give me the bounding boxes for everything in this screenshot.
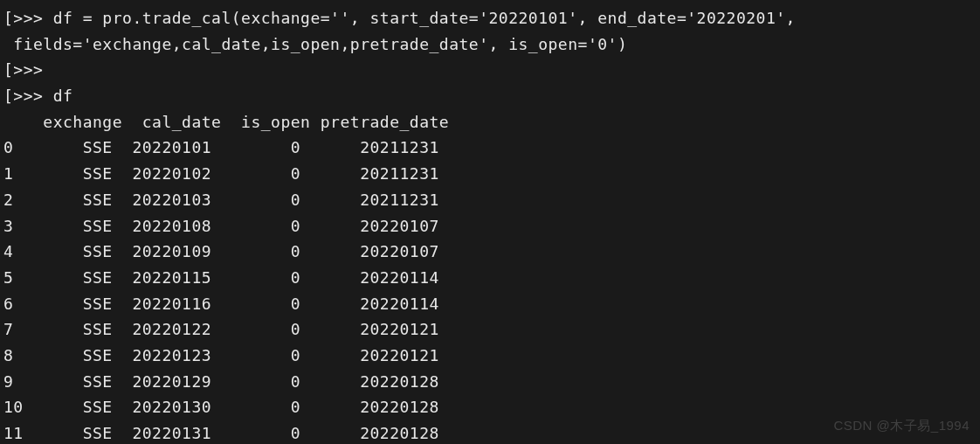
dataframe-header: exchange cal_date is_open pretrade_date: [0, 109, 980, 135]
command-line-1a[interactable]: [>>> df = pro.trade_cal(exchange='', sta…: [0, 5, 980, 31]
command-line-2[interactable]: [>>>: [0, 57, 980, 83]
command-line-3[interactable]: [>>> df: [0, 83, 980, 109]
watermark-text: CSDN @木子易_1994: [833, 415, 970, 437]
dataframe-row: 4 SSE 20220109 0 20220107: [0, 239, 980, 265]
dataframe-row: 8 SSE 20220123 0 20220121: [0, 343, 980, 369]
dataframe-row: 2 SSE 20220103 0 20211231: [0, 187, 980, 213]
dataframe-row: 0 SSE 20220101 0 20211231: [0, 135, 980, 161]
command-line-1b[interactable]: fields='exchange,cal_date,is_open,pretra…: [0, 31, 980, 58]
dataframe-row: 3 SSE 20220108 0 20220107: [0, 213, 980, 239]
dataframe-row: 9 SSE 20220129 0 20220128: [0, 369, 980, 395]
dataframe-row: 1 SSE 20220102 0 20211231: [0, 161, 980, 187]
dataframe-row: 6 SSE 20220116 0 20220114: [0, 291, 980, 317]
dataframe-row: 5 SSE 20220115 0 20220114: [0, 265, 980, 291]
dataframe-row: 7 SSE 20220122 0 20220121: [0, 316, 980, 343]
